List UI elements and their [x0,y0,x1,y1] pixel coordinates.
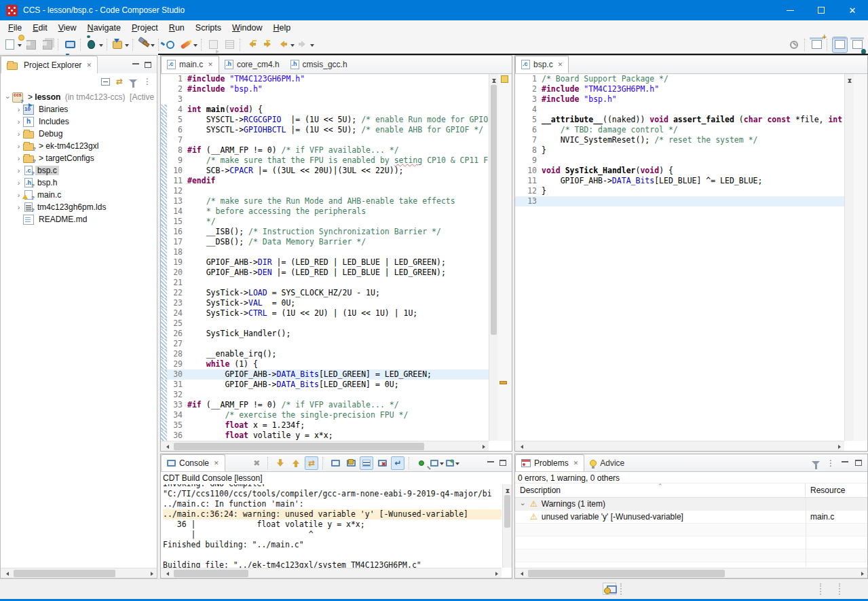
code-line[interactable]: 9 /* make sure that the FPU is enabled b… [161,156,489,166]
console-output[interactable]: Invoking: GNU Compiler"C:/TI/ccs1100/ccs… [163,484,502,568]
code-line[interactable]: 21 [161,278,489,288]
editor-tab-core_cm4-h[interactable]: core_cm4.h [219,56,285,73]
minimize-view-icon[interactable] [487,460,494,462]
word-wrap-button[interactable]: ↵ [391,456,404,470]
dropdown-arrow-icon[interactable] [440,462,444,467]
console-vscrollbar[interactable] [502,484,512,568]
code-line[interactable]: 23 SysTick->VAL = 0U; [161,298,489,308]
code-line[interactable]: 17 __DSB(); /* Data Memory Barrier */ [161,237,489,247]
ccs-edit-perspective-button[interactable] [832,37,848,53]
minimize-view-icon[interactable] [132,62,139,65]
window-list-button[interactable] [223,37,236,52]
search-button[interactable] [164,37,177,52]
dropdown-arrow-icon[interactable] [151,44,155,49]
scroll-right-icon[interactable] [858,568,867,578]
dropdown-arrow-icon[interactable] [99,44,103,49]
code-line[interactable]: 34 /* exercise the single-precision FPU … [161,410,489,420]
overview-ruler[interactable] [854,74,867,441]
occurrence-annotation[interactable] [499,381,507,384]
tree-item-targetconfigs[interactable]: ›> targetConfigs [1,152,157,164]
tree-item-binaries[interactable]: ›Binaries [1,103,157,115]
scroll-down-icon[interactable] [503,484,512,568]
menu-window[interactable]: Window [227,21,267,35]
code-line[interactable]: 10void SysTick_Handler(void) { [515,166,844,176]
activate-on-output-button[interactable] [360,456,373,470]
warning-annotation-icon[interactable] [501,75,508,83]
dropdown-arrow-icon[interactable] [125,44,129,49]
tab-advice[interactable]: Advice [584,454,630,471]
minimize-button[interactable] [774,0,806,20]
clear-console-button[interactable] [375,456,389,470]
editor-tab-cmsis_gcc-h[interactable]: cmsis_gcc.h [285,56,353,73]
problems-row[interactable]: ›⚠Warnings (1 item) [515,498,867,511]
overview-ruler[interactable] [498,74,512,441]
menu-edit[interactable]: Edit [27,21,53,35]
close-tab-icon[interactable]: ✕ [573,460,579,467]
scroll-thumb[interactable] [528,570,725,577]
scroll-left-icon[interactable] [515,568,525,578]
scroll-right-icon[interactable] [835,441,844,451]
expander-icon[interactable]: › [518,498,527,511]
expander-icon[interactable]: › [14,117,23,126]
code-line[interactable]: 28 __enable_irq(); [161,349,489,359]
dropdown-arrow-icon[interactable] [193,44,197,49]
filter-icon[interactable] [129,79,137,84]
menu-file[interactable]: File [3,21,27,35]
code-line[interactable]: 30 GPIOF_AHB->DATA_Bits[LED_GREEN] = LED… [161,369,489,380]
show-console-on-stderr-button[interactable] [344,456,358,470]
ccs-debug-perspective-button[interactable] [850,37,864,52]
close-tab-icon[interactable]: ✕ [86,62,92,69]
scroll-thumb[interactable] [174,570,248,577]
maximize-view-icon[interactable] [499,460,506,466]
view-menu-icon[interactable]: ⋮ [143,78,151,85]
previous-annotation-button[interactable] [289,456,303,470]
collapse-all-icon[interactable] [101,78,110,86]
menu-view[interactable]: View [53,21,82,35]
code-line[interactable]: 29 while (1) { [161,359,489,369]
code-line[interactable]: 22 SysTick->LOAD = SYS_CLOCK_HZ/2U - 1U; [161,288,489,298]
maximize-view-icon[interactable] [145,62,151,68]
code-line[interactable]: 8} [515,145,844,156]
code-line[interactable]: 9 [515,156,844,166]
code-editor-bsp[interactable]: 1/* Board Support Package */2#include "T… [515,74,844,441]
expander-icon[interactable]: › [3,93,12,102]
tree-item-main-c[interactable]: ›main.c [1,189,157,201]
open-perspective-button[interactable] [810,37,823,52]
editor-vscrollbar[interactable] [489,74,498,441]
menu-project[interactable]: Project [126,21,164,35]
tab-problems[interactable]: Problems ✕ [515,454,584,471]
code-line[interactable]: 4 [515,105,844,115]
launch-button[interactable] [180,37,197,52]
tab-console[interactable]: Console ✕ [161,454,225,471]
tree-item-bsp-c[interactable]: ›bsp.c [1,164,157,177]
tree-item-bsp-h[interactable]: ›bsp.h [1,177,157,189]
code-line[interactable]: 6 /* TBD: damage control */ [515,125,844,135]
next-annotation-button[interactable] [273,456,287,470]
close-tab-icon[interactable]: ✕ [208,61,213,68]
code-line[interactable]: 12 [161,186,489,196]
pin-console-button[interactable] [415,456,428,470]
code-line[interactable]: 6 SYSCTL->GPIOHBCTL |= (1U << 5U); /* en… [161,125,489,135]
code-line[interactable]: 18 [161,247,489,257]
console-hscrollbar[interactable] [161,568,502,578]
expander-icon[interactable]: › [14,203,23,212]
window-refresh-button[interactable] [206,37,220,52]
code-line[interactable]: 35 float x = 1.234f; [161,420,489,431]
back-button[interactable] [278,37,295,52]
dropdown-arrow-icon[interactable] [290,44,295,49]
code-line[interactable]: 13 /* make sure the Run Mode and AHB-ena… [161,196,489,206]
code-line[interactable]: 1#include "TM4C123GH6PM.h" [161,74,489,84]
save-button[interactable] [24,37,38,52]
code-line[interactable]: 11#endif [161,176,489,186]
expander-icon[interactable]: › [14,179,23,187]
editor-hscrollbar[interactable] [515,441,844,451]
code-line[interactable]: 24 SysTick->CTRL = (1U << 2U) | (1U << 1… [161,308,489,318]
expander-icon[interactable]: › [14,130,23,139]
terminate-button[interactable]: ✖ [250,456,263,470]
dropdown-arrow-icon[interactable] [18,44,22,49]
flash-button[interactable] [112,37,129,52]
tree-item-ek-tm4c123gxl[interactable]: ›> ek-tm4c123gxl [1,140,157,152]
code-line[interactable]: 2#include "bsp.h" [161,84,489,94]
code-line[interactable]: 3 [161,94,489,105]
code-line[interactable]: 4int main(void) { [161,105,489,115]
